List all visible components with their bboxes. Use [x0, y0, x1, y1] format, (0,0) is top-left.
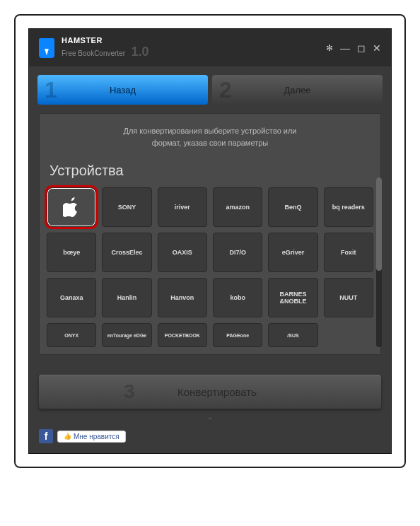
device-foxit[interactable]: Foxit — [324, 233, 373, 272]
device-crosselec[interactable]: CrossElec — [102, 233, 151, 272]
scroll-thumb[interactable] — [376, 177, 382, 271]
scrollbar[interactable] — [376, 177, 382, 347]
step-next-button[interactable]: 2 Далее — [212, 75, 383, 105]
device-entourage[interactable]: enTourage eDGe — [102, 323, 151, 347]
close-icon[interactable]: ✕ — [373, 42, 381, 54]
device-ditto[interactable]: DI7/O — [213, 233, 262, 272]
step-label: Далее — [212, 85, 383, 95]
device-oaxis[interactable]: OAXIS — [158, 233, 207, 272]
app-logo-icon — [39, 38, 54, 58]
title-block: HAMSTER Free BookConverter 1.0 — [62, 36, 149, 59]
device-pageone[interactable]: PAGEone — [213, 323, 262, 347]
device-grid: SONYiriveramazonBenQbq readersbœyeCrossE… — [47, 187, 373, 347]
device-benq[interactable]: BenQ — [268, 187, 317, 227]
app-version: 1.0 — [132, 45, 149, 59]
app-subtitle: Free BookConverter — [62, 49, 125, 57]
step-label: Назад — [37, 85, 208, 95]
screenshot-frame: HAMSTER Free BookConverter 1.0 ✻ — ◻ ✕ 1… — [14, 14, 406, 468]
like-button[interactable]: Мне нравится — [57, 431, 126, 443]
facebook-icon[interactable]: f — [39, 429, 53, 443]
apple-icon — [63, 197, 80, 217]
device-onyx[interactable]: ONYX — [47, 323, 96, 347]
device-pocketbook[interactable]: POCKETBOOK — [158, 323, 207, 347]
device-panel: Для конвертирования выберите устройство … — [39, 113, 381, 355]
window-controls: ✻ — ◻ ✕ — [326, 42, 381, 54]
step-back-button[interactable]: 1 Назад — [37, 75, 208, 105]
device-bq[interactable]: bq readers — [324, 187, 373, 227]
device-kobo[interactable]: kobo — [213, 278, 262, 317]
device-iriver[interactable]: iriver — [158, 187, 207, 227]
minimize-icon[interactable]: — — [340, 42, 350, 54]
device-barnes[interactable]: BARNES &NOBLE — [268, 278, 317, 317]
footer: f Мне нравится — [29, 423, 391, 453]
convert-button[interactable]: 3 Конвертировать — [39, 375, 381, 409]
convert-area: 3 Конвертировать — [29, 365, 391, 419]
content-area: Для конвертирования выберите устройство … — [29, 113, 391, 365]
app-name: HAMSTER — [62, 36, 149, 45]
device-ganaxa[interactable]: Ganaxa — [47, 278, 96, 317]
device-egriver[interactable]: eGriver — [268, 233, 317, 272]
device-nuut[interactable]: NUUT — [324, 278, 373, 317]
maximize-icon[interactable]: ◻ — [357, 42, 366, 54]
hint-text: Для конвертирования выберите устройство … — [47, 125, 373, 148]
device-boeye[interactable]: bœye — [47, 233, 96, 272]
step-number: 3 — [124, 380, 135, 403]
expand-icon[interactable]: ⌄ — [29, 413, 391, 423]
convert-label: Конвертировать — [177, 386, 257, 398]
settings-icon[interactable]: ✻ — [326, 43, 333, 53]
device-apple[interactable] — [47, 187, 96, 227]
device-sony[interactable]: SONY — [102, 187, 151, 227]
device-asus[interactable]: /SUS — [268, 323, 317, 347]
titlebar: HAMSTER Free BookConverter 1.0 ✻ — ◻ ✕ — [29, 29, 391, 66]
device-amazon[interactable]: amazon — [213, 187, 262, 227]
device-hanvon[interactable]: Hanvon — [158, 278, 207, 317]
device-hanlin[interactable]: Hanlin — [102, 278, 151, 317]
section-title: Устройства — [47, 163, 373, 179]
wizard-steps: 1 Назад 2 Далее — [29, 66, 391, 113]
app-window: HAMSTER Free BookConverter 1.0 ✻ — ◻ ✕ 1… — [28, 28, 392, 454]
